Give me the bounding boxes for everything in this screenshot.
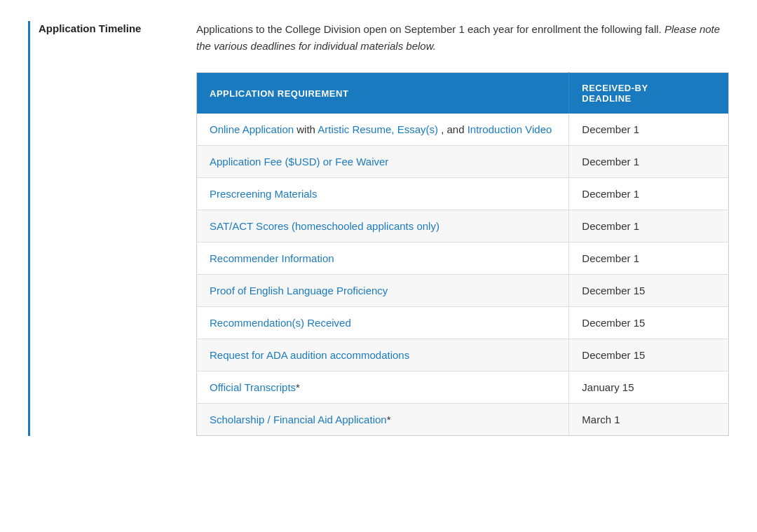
deadline-value: December 1 xyxy=(582,156,639,168)
online-application-link[interactable]: Online Application xyxy=(210,123,294,135)
deadline-value: December 15 xyxy=(582,349,645,361)
deadline-cell: December 1 xyxy=(569,146,729,178)
requirement-text: , and xyxy=(441,123,468,135)
table-row: Official Transcripts* January 15 xyxy=(197,371,729,404)
header-requirement: APPLICATION REQUIREMENT xyxy=(197,73,569,114)
english-proficiency-link[interactable]: Proof of English Language Proficiency xyxy=(210,285,388,296)
deadline-value: March 1 xyxy=(582,414,620,425)
table-row: Online Application with Artistic Resume,… xyxy=(197,114,729,146)
table-row: SAT/ACT Scores (homeschooled applicants … xyxy=(197,210,729,243)
artistic-resume-link[interactable]: Artistic Resume, Essay(s) xyxy=(318,123,438,135)
asterisk: * xyxy=(296,381,300,393)
table-row: Recommender Information December 1 xyxy=(197,243,729,275)
deadline-cell: December 15 xyxy=(569,339,729,371)
scholarship-financial-aid-link[interactable]: Scholarship / Financial Aid Application xyxy=(210,414,387,425)
requirement-cell: Request for ADA audition accommodations xyxy=(197,339,569,371)
page-layout: Application Timeline Applications to the… xyxy=(28,21,729,436)
application-fee-link[interactable]: Application Fee ($USD) or Fee Waiver xyxy=(210,156,388,168)
table-row: Proof of English Language Proficiency De… xyxy=(197,275,729,307)
deadline-value: December 1 xyxy=(582,252,639,264)
recommendations-received-link[interactable]: Recommendation(s) Received xyxy=(210,317,351,329)
prescreening-materials-link[interactable]: Prescreening Materials xyxy=(210,188,317,200)
recommender-information-link[interactable]: Recommender Information xyxy=(210,252,334,264)
deadline-value: January 15 xyxy=(582,381,634,393)
requirements-table: APPLICATION REQUIREMENT RECEIVED-BYDEADL… xyxy=(196,72,729,436)
table-row: Application Fee ($USD) or Fee Waiver Dec… xyxy=(197,146,729,178)
deadline-cell: March 1 xyxy=(569,404,729,436)
asterisk: * xyxy=(387,414,391,425)
deadline-cell: December 15 xyxy=(569,275,729,307)
ada-accommodations-link[interactable]: Request for ADA audition accommodations xyxy=(210,349,409,361)
deadline-value: December 15 xyxy=(582,317,645,329)
deadline-cell: December 1 xyxy=(569,210,729,243)
table-row: Scholarship / Financial Aid Application*… xyxy=(197,404,729,436)
requirement-cell: Prescreening Materials xyxy=(197,178,569,210)
deadline-cell: December 15 xyxy=(569,307,729,339)
table-header-row: APPLICATION REQUIREMENT RECEIVED-BYDEADL… xyxy=(197,73,729,114)
main-content: Applications to the College Division ope… xyxy=(196,21,729,436)
deadline-cell: December 1 xyxy=(569,114,729,146)
requirement-cell: Official Transcripts* xyxy=(197,371,569,404)
requirement-cell: Online Application with Artistic Resume,… xyxy=(197,114,569,146)
table-row: Request for ADA audition accommodations … xyxy=(197,339,729,371)
requirement-cell: SAT/ACT Scores (homeschooled applicants … xyxy=(197,210,569,243)
deadline-cell: December 1 xyxy=(569,243,729,275)
deadline-cell: January 15 xyxy=(569,371,729,404)
official-transcripts-link[interactable]: Official Transcripts xyxy=(210,381,296,393)
requirement-cell: Recommendation(s) Received xyxy=(197,307,569,339)
deadline-value: December 1 xyxy=(582,220,639,232)
introduction-video-link[interactable]: Introduction Video xyxy=(468,123,552,135)
requirement-cell: Recommender Information xyxy=(197,243,569,275)
deadline-value: December 15 xyxy=(582,285,645,296)
requirement-cell: Proof of English Language Proficiency xyxy=(197,275,569,307)
requirement-cell: Application Fee ($USD) or Fee Waiver xyxy=(197,146,569,178)
sidebar-title: Application Timeline xyxy=(28,21,168,36)
deadline-value: December 1 xyxy=(582,123,639,135)
deadline-cell: December 1 xyxy=(569,178,729,210)
header-deadline: RECEIVED-BYDEADLINE xyxy=(569,73,729,114)
sidebar: Application Timeline xyxy=(28,21,168,436)
table-row: Prescreening Materials December 1 xyxy=(197,178,729,210)
requirement-text: with xyxy=(296,123,318,135)
intro-text-plain: Applications to the College Division ope… xyxy=(196,23,664,35)
table-row: Recommendation(s) Received December 15 xyxy=(197,307,729,339)
intro-paragraph: Applications to the College Division ope… xyxy=(196,21,729,55)
sidebar-accent-bar xyxy=(28,21,30,436)
deadline-value: December 1 xyxy=(582,188,639,200)
sat-act-scores-link[interactable]: SAT/ACT Scores (homeschooled applicants … xyxy=(210,220,439,232)
requirement-cell: Scholarship / Financial Aid Application* xyxy=(197,404,569,436)
